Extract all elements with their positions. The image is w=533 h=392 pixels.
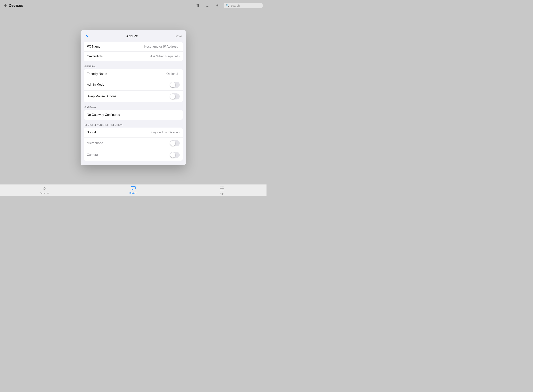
- chevron-icon: ›: [179, 113, 180, 117]
- apps-icon: [220, 186, 224, 192]
- connection-card: PC Name Hostname or IP Address › Credent…: [84, 42, 183, 61]
- chevron-icon: ›: [179, 131, 180, 134]
- friendly-name-value: Optional ›: [166, 72, 180, 76]
- general-section-header: GENERAL: [84, 63, 183, 69]
- sound-value: Play on This Device ›: [150, 131, 180, 134]
- friendly-name-label: Friendly Name: [87, 72, 107, 76]
- credentials-value: Ask When Required ›: [150, 55, 180, 58]
- modal-title: Add PC: [126, 34, 138, 38]
- camera-toggle[interactable]: [170, 152, 180, 158]
- microphone-toggle[interactable]: [170, 140, 180, 146]
- tab-apps[interactable]: Apps: [214, 186, 230, 195]
- modal-header: × Add PC Save: [81, 30, 186, 42]
- devices-label: Devices: [129, 192, 137, 194]
- audio-section-header: DEVICE & AUDIO REDIRECTION: [84, 121, 183, 128]
- search-input[interactable]: [230, 4, 260, 7]
- tab-devices[interactable]: Devices: [126, 186, 141, 194]
- add-button[interactable]: +: [214, 2, 221, 9]
- tab-favorites[interactable]: ☆ Favorites: [37, 186, 52, 194]
- tab-bar: ☆ Favorites Devices Apps: [0, 184, 266, 196]
- credentials-row[interactable]: Credentials Ask When Required ›: [84, 51, 183, 61]
- microphone-row: Microphone: [84, 137, 183, 149]
- credentials-label: Credentials: [87, 55, 103, 58]
- microphone-label: Microphone: [87, 141, 103, 145]
- friendly-name-row[interactable]: Friendly Name Optional ›: [84, 69, 183, 79]
- sound-label: Sound: [87, 131, 96, 134]
- top-bar: ⚙ Devices ⇅ … + 🔍: [0, 0, 266, 11]
- gear-icon: ⚙: [4, 3, 7, 8]
- app-title: Devices: [9, 3, 23, 8]
- sound-row[interactable]: Sound Play on This Device ›: [84, 128, 183, 137]
- apps-label: Apps: [220, 192, 224, 195]
- gateway-row[interactable]: No Gateway Configured ›: [84, 110, 183, 120]
- pc-name-row[interactable]: PC Name Hostname or IP Address ›: [84, 42, 183, 51]
- top-bar-right: ⇅ … + 🔍: [194, 2, 263, 9]
- gateway-label: No Gateway Configured: [87, 113, 120, 117]
- chevron-icon: ›: [179, 45, 180, 48]
- search-bar: 🔍: [224, 3, 263, 8]
- admin-mode-row: Admin Mode: [84, 79, 183, 90]
- pc-name-label: PC Name: [87, 45, 100, 48]
- sort-button[interactable]: ⇅: [194, 2, 201, 9]
- more-button[interactable]: …: [204, 2, 211, 9]
- favorites-icon: ☆: [42, 186, 47, 191]
- swap-mouse-row: Swap Mouse Buttons: [84, 90, 183, 102]
- svg-rect-5: [222, 186, 224, 188]
- general-card: Friendly Name Optional › Admin Mode Swap…: [84, 69, 183, 102]
- svg-rect-4: [220, 186, 222, 188]
- admin-mode-toggle[interactable]: [170, 82, 180, 88]
- devices-icon: [131, 186, 136, 191]
- pc-name-value: Hostname or IP Address ›: [144, 45, 180, 48]
- gateway-card: No Gateway Configured ›: [84, 110, 183, 120]
- search-icon: 🔍: [226, 4, 229, 7]
- modal-save-button[interactable]: Save: [174, 34, 182, 38]
- add-pc-modal: × Add PC Save PC Name Hostname or IP Add…: [81, 30, 186, 165]
- chevron-icon: ›: [179, 55, 180, 58]
- svg-rect-7: [222, 188, 224, 190]
- svg-rect-0: [131, 187, 136, 189]
- audio-card: Sound Play on This Device › Microphone C…: [84, 128, 183, 161]
- modal-body: PC Name Hostname or IP Address › Credent…: [81, 42, 186, 165]
- swap-mouse-toggle[interactable]: [170, 93, 180, 99]
- svg-rect-6: [220, 188, 222, 190]
- favorites-label: Favorites: [40, 192, 49, 194]
- swap-mouse-label: Swap Mouse Buttons: [87, 95, 116, 98]
- top-bar-left: ⚙ Devices: [4, 3, 194, 8]
- camera-row: Camera: [84, 149, 183, 161]
- modal-close-button[interactable]: ×: [84, 33, 90, 39]
- gateway-section-header: GATEWAY: [84, 104, 183, 110]
- chevron-icon: ›: [179, 72, 180, 75]
- admin-mode-label: Admin Mode: [87, 83, 104, 86]
- camera-label: Camera: [87, 153, 98, 157]
- main-area: × Add PC Save PC Name Hostname or IP Add…: [0, 11, 266, 184]
